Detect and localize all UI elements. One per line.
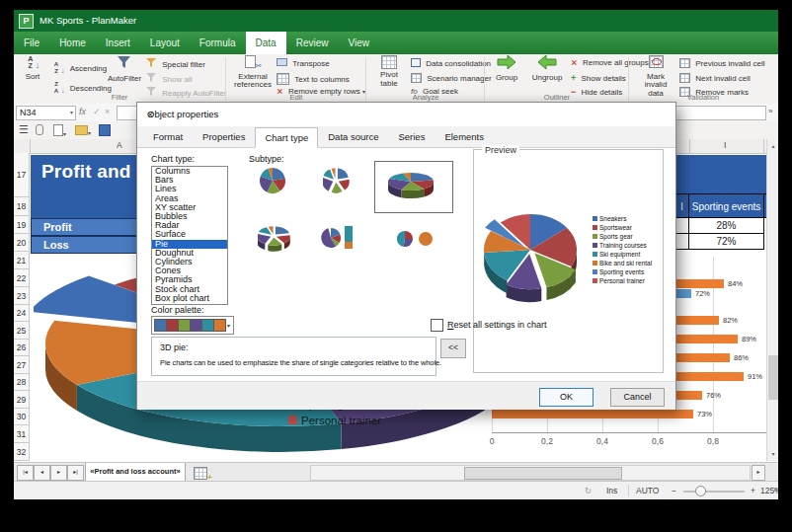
row-header-26[interactable]: 26 [14, 340, 30, 356]
subtype-pie-exploded[interactable] [311, 164, 374, 213]
zoom-in-icon[interactable]: + [751, 486, 755, 495]
previous-invalid-cell-button[interactable]: Previous invalid cell [679, 58, 765, 71]
ribbon-tab-file[interactable]: File [14, 32, 49, 54]
dialog-close-icon[interactable]: × [147, 109, 667, 120]
touch-mode-icon[interactable] [36, 124, 43, 137]
ascending-button[interactable]: AZ↓ Ascending [51, 61, 107, 74]
ribbon-tab-home[interactable]: Home [49, 32, 96, 54]
ribbon-tab-insert[interactable]: Insert [96, 32, 140, 54]
ribbon-tab-layout[interactable]: Layout [140, 32, 190, 54]
text-to-columns-button[interactable]: Text to columns [277, 73, 350, 86]
external-references-button[interactable]: ⚯ External references [233, 55, 273, 90]
ribbon-tab-formula[interactable]: Formula [190, 32, 246, 54]
formula-bar-overflow-icon[interactable]: » [768, 107, 772, 115]
row-header-22[interactable]: 22 [14, 269, 30, 287]
zoom-slider-thumb[interactable] [695, 486, 706, 496]
auto-indicator[interactable]: AUTO [636, 486, 659, 495]
pivot-table-button[interactable]: Pivot table [371, 55, 407, 88]
table-header-cell-partial[interactable]: l [674, 193, 689, 218]
chart-type-listbox[interactable]: ColumnsBarsLinesAreasXY scatterBubblesRa… [151, 166, 228, 305]
sync-icon[interactable]: ↻ [585, 486, 592, 495]
mark-invalid-data-button[interactable]: Mark invalid data [636, 55, 675, 98]
bar-segment[interactable] [492, 410, 693, 418]
scroll-right-icon[interactable]: ▸ [752, 465, 765, 481]
status-overflow-icon[interactable]: » [773, 485, 778, 494]
scroll-down-icon[interactable]: ▾ [767, 447, 778, 461]
row-header-28[interactable]: 28 [14, 374, 30, 391]
ribbon-tab-view[interactable]: View [338, 32, 379, 54]
previous-sheet-icon[interactable]: ◂ [34, 465, 50, 481]
row-header-32[interactable]: 32 [14, 443, 30, 461]
dialog-tab-format[interactable]: Format [143, 126, 193, 148]
special-filter-button[interactable]: Special filter [146, 58, 205, 71]
vertical-scrollbar-thumb[interactable] [768, 355, 778, 400]
scroll-up-icon[interactable]: ▴ [767, 139, 778, 153]
cancel-entry-icon[interactable]: × [105, 107, 110, 116]
column-header-i[interactable]: I [724, 140, 726, 150]
zoom-out-icon[interactable]: − [672, 486, 676, 495]
ribbon-tab-data[interactable]: Data [246, 32, 286, 54]
row-header-27[interactable]: 27 [14, 356, 30, 374]
column-header-a[interactable]: A [117, 140, 122, 150]
subtype-pie-3d-exploded[interactable] [246, 220, 309, 269]
row-header-29[interactable]: 29 [14, 391, 30, 409]
sort-button[interactable]: AZ↓ Sort [16, 55, 49, 81]
row-header-21[interactable]: 21 [14, 252, 30, 269]
open-document-icon[interactable]: ▾ [75, 125, 91, 137]
reset-settings-checkbox[interactable] [431, 319, 443, 332]
cancel-button[interactable]: Cancel [610, 388, 665, 407]
dialog-tab-data-source[interactable]: Data source [318, 126, 388, 148]
row-header-24[interactable]: 24 [14, 305, 30, 322]
next-invalid-cell-button[interactable]: Next invalid cell [679, 73, 751, 86]
row-header-18[interactable]: 18 [14, 197, 30, 216]
next-sheet-icon[interactable]: ▸ [50, 465, 67, 481]
last-sheet-icon[interactable]: ▸| [67, 465, 84, 481]
dialog-title-bar[interactable]: Object properties × [137, 103, 675, 126]
ungroup-button[interactable]: Ungroup [527, 55, 567, 82]
dialog-tab-properties[interactable]: Properties [193, 126, 255, 148]
new-document-icon[interactable]: ▾ [53, 124, 66, 138]
group-button[interactable]: Group [488, 55, 525, 82]
insert-mode-indicator[interactable]: Ins [606, 486, 617, 495]
ok-button[interactable]: OK [539, 388, 594, 407]
subtype-pie-of-pie[interactable] [381, 220, 444, 269]
collapse-button[interactable]: << [440, 339, 466, 358]
transpose-button[interactable]: Transpose [277, 58, 330, 71]
save-icon[interactable] [99, 124, 111, 138]
row-header-23[interactable]: 23 [14, 287, 30, 305]
table-header-cell-sporting-events[interactable]: Sporting events [688, 193, 764, 218]
scenario-manager-button[interactable]: Scenario manager [411, 73, 492, 86]
autofilter-button[interactable]: AutoFilter [105, 55, 144, 83]
data-consolidation-button[interactable]: Data consolidation [411, 58, 491, 71]
confirm-entry-icon[interactable]: ✓ [93, 107, 101, 116]
row-header-25[interactable]: 25 [14, 322, 30, 340]
row-header-31[interactable]: 31 [14, 425, 30, 443]
row-header-19[interactable]: 19 [14, 216, 30, 234]
first-sheet-icon[interactable]: |◂ [17, 465, 34, 481]
menu-icon[interactable]: ☰ [19, 123, 29, 136]
zoom-slider-track[interactable] [683, 491, 745, 493]
show-all-button[interactable]: Show all [146, 73, 192, 86]
row-header-17[interactable]: 17 [14, 153, 30, 197]
sheet-title-band-left [31, 193, 136, 219]
sheet-tab-profit-and-loss[interactable]: «Profit and loss account» [85, 463, 186, 482]
vertical-scrollbar[interactable]: ▴ ▾ [766, 139, 778, 461]
color-palette-dropdown[interactable]: ▾ [151, 316, 234, 335]
dialog-tab-chart-type[interactable]: Chart type [255, 127, 318, 148]
subtype-pie-flat[interactable] [246, 164, 309, 213]
subtype-bar-of-pie[interactable] [311, 220, 374, 269]
horizontal-scrollbar[interactable] [310, 465, 751, 481]
subtype-pie-3d-selected[interactable] [374, 161, 453, 213]
show-details-button[interactable]: + Show details [571, 73, 626, 86]
table-cell-28[interactable]: 28% [688, 217, 764, 234]
ribbon-tab-review[interactable]: Review [286, 32, 339, 54]
row-header-20[interactable]: 20 [14, 234, 30, 252]
insert-function-icon[interactable]: fx [79, 107, 86, 116]
table-cell-empty[interactable] [674, 217, 689, 234]
cell-reference-box[interactable]: N34 ▾ [16, 106, 76, 120]
row-header-30[interactable]: 30 [14, 409, 30, 425]
chart-type-option-box-plot-chart[interactable]: Box plot chart [152, 294, 227, 303]
dialog-tab-series[interactable]: Series [388, 126, 435, 148]
namebox-dropdown-icon[interactable]: ▾ [70, 107, 73, 119]
horizontal-scrollbar-thumb[interactable] [464, 467, 622, 480]
